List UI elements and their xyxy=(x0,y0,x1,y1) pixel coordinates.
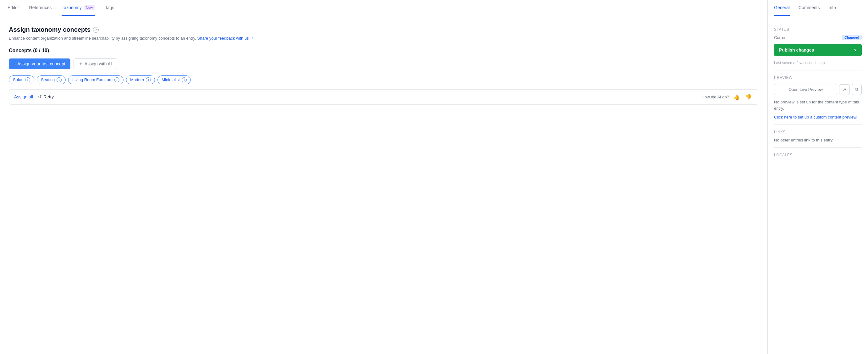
links-section: Links No other entries link to this entr… xyxy=(774,125,862,148)
concept-tag-living-room-label: Living Room Furniture xyxy=(72,77,113,82)
tab-general-label: General xyxy=(774,5,790,10)
section-title: Assign taxonomy concepts ? xyxy=(9,26,758,33)
tab-info-label: Info xyxy=(829,5,836,10)
section-description: Enhance content organization and streaml… xyxy=(9,35,758,41)
assign-all-label: Assign all xyxy=(14,94,33,99)
concepts-count: Concepts (0 / 10) xyxy=(9,48,758,54)
no-preview-text: No preview is set up for the content typ… xyxy=(774,99,862,111)
main-content-area: Assign taxonomy concepts ? Enhance conte… xyxy=(0,16,767,115)
description-text: Enhance content organization and streaml… xyxy=(9,36,196,40)
open-live-preview-button[interactable]: Open Live Preview xyxy=(774,84,837,95)
thumbs-up-button[interactable]: 👍 xyxy=(732,93,741,100)
external-link-icon: ↗ xyxy=(250,36,253,40)
section-title-text: Assign taxonomy concepts xyxy=(9,26,91,33)
ai-result-row: Assign all ↺ Retry How did AI do? 👍 👎 xyxy=(9,89,758,105)
concept-tag-seating-add-icon: + xyxy=(57,77,62,82)
no-links-text: No other entries link to this entry. xyxy=(774,138,833,142)
retry-label: Retry xyxy=(43,94,54,99)
feedback-link-text: Share your feedback with us xyxy=(197,36,249,40)
setup-preview-link[interactable]: Click here to set up a custom content pr… xyxy=(774,115,857,119)
preview-label: Preview xyxy=(774,76,862,80)
tab-comments-label: Comments xyxy=(799,5,820,10)
concept-tag-sofas[interactable]: Sofas + xyxy=(9,76,34,84)
left-tab-bar: Editor References Taxonomy New Tags xyxy=(0,0,767,16)
status-section-label: Status xyxy=(774,27,862,32)
publish-changes-label: Publish changes xyxy=(779,48,814,53)
ai-result-right: How did AI do? 👍 👎 xyxy=(702,93,753,100)
tab-tags[interactable]: Tags xyxy=(105,0,114,16)
right-content: Status Current Changed Publish changes ∨… xyxy=(768,16,868,169)
retry-icon: ↺ xyxy=(38,94,42,99)
publish-chevron-icon: ∨ xyxy=(854,48,857,52)
tab-general[interactable]: General xyxy=(774,0,790,16)
thumbs-down-icon: 👎 xyxy=(745,94,752,100)
left-panel: Editor References Taxonomy New Tags Assi… xyxy=(0,0,768,354)
external-link-icon: ↗ xyxy=(842,87,846,92)
assign-first-concept-button[interactable]: + Assign your first concept xyxy=(9,58,70,69)
open-preview-label: Open Live Preview xyxy=(788,87,823,92)
status-row: Current Changed xyxy=(774,35,862,40)
feedback-link[interactable]: Share your feedback with us ↗ xyxy=(197,36,254,40)
tab-tags-label: Tags xyxy=(105,5,114,10)
concept-tag-modern[interactable]: Modern + xyxy=(126,76,155,84)
concept-tag-minimalist-add-icon: + xyxy=(182,77,187,82)
action-buttons: + Assign your first concept ✦ Assign wit… xyxy=(9,58,758,69)
status-section: Status Current Changed Publish changes ∨… xyxy=(774,22,862,70)
links-label: Links xyxy=(774,130,862,134)
setup-preview-link-text: Click here to set up a custom content pr… xyxy=(774,115,857,119)
external-link-button[interactable]: ↗ xyxy=(839,84,850,95)
ai-result-left: Assign all ↺ Retry xyxy=(14,94,54,99)
locales-section: Locales xyxy=(774,148,862,162)
tab-references[interactable]: References xyxy=(29,0,52,16)
tab-editor[interactable]: Editor xyxy=(7,0,19,16)
last-saved-text: Last saved a few seconds ago xyxy=(774,61,825,65)
concept-tag-sofas-label: Sofas xyxy=(13,77,23,82)
current-label: Current xyxy=(774,35,787,40)
concept-tag-seating[interactable]: Seating + xyxy=(37,76,66,84)
preview-section: Preview Open Live Preview ↗ ⧉ No preview… xyxy=(774,70,862,125)
thumbs-up-icon: 👍 xyxy=(734,94,740,100)
app-layout: Editor References Taxonomy New Tags Assi… xyxy=(0,0,868,354)
publish-changes-button[interactable]: Publish changes ∨ xyxy=(774,44,862,56)
assign-with-ai-button[interactable]: ✦ Assign with AI xyxy=(73,58,117,69)
concept-tag-modern-add-icon: + xyxy=(146,77,151,82)
ai-feedback-question: How did AI do? xyxy=(702,95,729,99)
concept-tag-living-room-furniture[interactable]: Living Room Furniture + xyxy=(68,76,124,84)
copy-link-button[interactable]: ⧉ xyxy=(852,84,862,95)
concept-tag-modern-label: Modern xyxy=(130,77,144,82)
right-tab-bar: General Comments Info xyxy=(768,0,868,16)
tab-references-label: References xyxy=(29,5,52,10)
assign-ai-label: Assign with AI xyxy=(85,61,112,66)
concept-tag-sofas-add-icon: + xyxy=(25,77,30,82)
locales-label: Locales xyxy=(774,153,862,157)
concept-tag-living-room-add-icon: + xyxy=(114,77,119,82)
tab-editor-label: Editor xyxy=(7,5,19,10)
concept-tag-minimalist-label: Minimalist xyxy=(161,77,180,82)
assign-all-button[interactable]: Assign all xyxy=(14,94,33,99)
help-icon[interactable]: ? xyxy=(93,27,99,33)
concept-tags-list: Sofas + Seating + Living Room Furniture … xyxy=(9,76,758,84)
preview-btn-row: Open Live Preview ↗ ⧉ xyxy=(774,84,862,95)
retry-button[interactable]: ↺ Retry xyxy=(38,94,54,99)
concept-tag-minimalist[interactable]: Minimalist + xyxy=(157,76,191,84)
concept-tag-seating-label: Seating xyxy=(41,77,55,82)
assign-first-label: + Assign your first concept xyxy=(14,61,65,66)
tab-info[interactable]: Info xyxy=(829,0,836,16)
tab-comments[interactable]: Comments xyxy=(799,0,820,16)
taxonomy-badge: New xyxy=(84,5,95,10)
status-badge: Changed xyxy=(842,35,862,40)
thumbs-down-button[interactable]: 👎 xyxy=(744,93,753,100)
right-panel: General Comments Info Status Current Cha… xyxy=(768,0,868,354)
tab-taxonomy-label: Taxonomy xyxy=(62,5,82,10)
tab-taxonomy[interactable]: Taxonomy New xyxy=(62,0,95,16)
sparkle-icon: ✦ xyxy=(79,61,83,66)
copy-icon: ⧉ xyxy=(855,87,858,92)
